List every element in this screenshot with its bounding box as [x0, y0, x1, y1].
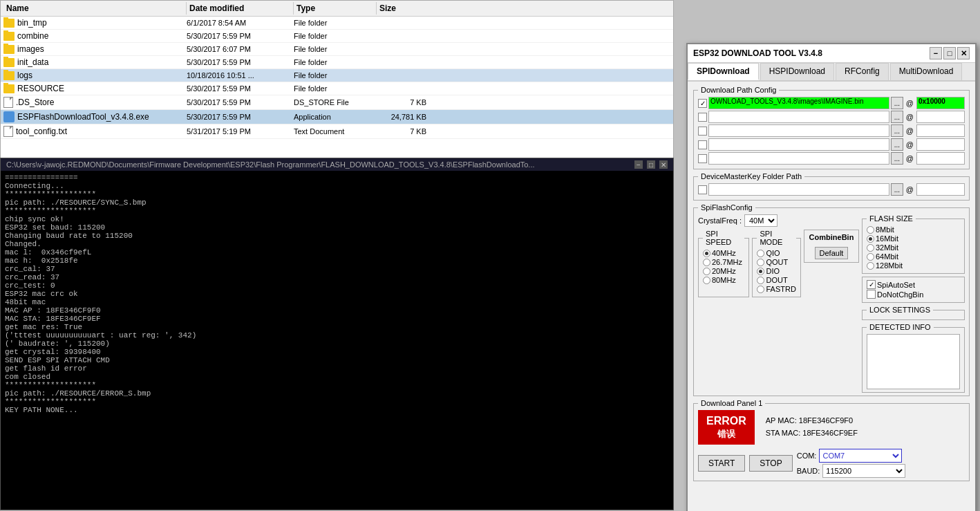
file-list[interactable]: bin_tmp 6/1/2017 8:54 AM File folder com…: [1, 17, 673, 139]
dl-path-input-4[interactable]: [708, 138, 889, 151]
dl-browse-5[interactable]: ...: [891, 152, 903, 165]
flash-32mbit[interactable]: 32Mbit: [867, 243, 960, 252]
dl-path-input-1[interactable]: OWNLOAD_TOOLS_V3.4.8\images\IMAGINE.bin: [708, 97, 889, 109]
sta-mac: STA MAC: 18FE346CF9EF: [766, 427, 858, 440]
spi-speed-80mhz-radio[interactable]: [703, 277, 710, 284]
dl-checkbox-1[interactable]: [698, 99, 707, 108]
spi-mode-qio-label: QIO: [766, 249, 780, 257]
file-row-8[interactable]: tool_config.txt 5/31/2017 5:19 PM Text D…: [1, 124, 673, 139]
dl-browse-1[interactable]: ...: [891, 97, 903, 109]
spi-mode-fastrd-radio[interactable]: [757, 286, 764, 293]
baud-row: BAUD: 115200: [797, 464, 906, 478]
spi-mode-qout[interactable]: QOUT: [757, 258, 796, 266]
file-row-5[interactable]: RESOURCE 5/30/2017 5:59 PM File folder: [1, 82, 673, 95]
stop-button[interactable]: STOP: [749, 455, 792, 472]
spi-mode-dout-radio[interactable]: [757, 277, 764, 284]
spi-speed-26mhz-radio[interactable]: [703, 259, 710, 266]
do-not-chg-bin-checkbox[interactable]: [867, 290, 876, 299]
spi-mode-qio[interactable]: QIO: [757, 249, 796, 257]
spi-speed-40mhz-radio[interactable]: [703, 250, 710, 257]
spi-mode-fastrd[interactable]: FASTRD: [757, 285, 796, 293]
baud-label: BAUD:: [797, 467, 820, 475]
tab-rf-config[interactable]: RFConfig: [836, 63, 889, 80]
spi-auto-set[interactable]: SpiAutoSet: [867, 280, 960, 289]
flash-8mbit-radio[interactable]: [867, 226, 874, 234]
flash-8mbit-label: 8Mbit: [876, 225, 894, 234]
file-row-3[interactable]: init_data 5/30/2017 5:59 PM File folder: [1, 56, 673, 69]
dl-path-input-2[interactable]: [708, 111, 889, 123]
flash-64mbit[interactable]: 64Mbit: [867, 252, 960, 261]
file-cell-date: 5/30/2017 6:07 PM: [184, 44, 291, 54]
crystal-freq-select[interactable]: 40M 26M: [744, 214, 778, 227]
file-cell-date: 10/18/2016 10:51 ...: [184, 71, 291, 80]
dl-browse-4[interactable]: ...: [891, 138, 903, 151]
dl-browse-2[interactable]: ...: [891, 111, 903, 123]
combine-bin-section: CombineBin Default: [804, 230, 859, 263]
flash-16mbit-radio[interactable]: [867, 235, 874, 243]
esp-maximize-button[interactable]: □: [943, 47, 956, 59]
spi-speed-40mhz[interactable]: 40MHz: [703, 249, 744, 257]
dl-path-input-3[interactable]: [708, 124, 889, 137]
dl-addr-3[interactable]: [916, 124, 965, 137]
console-minimize-button[interactable]: −: [634, 160, 643, 169]
esp-titlebar: ESP32 DOWNLOAD TOOL V3.4.8 − □ ✕: [688, 44, 975, 63]
dl-addr-2[interactable]: [916, 111, 965, 123]
file-row-1[interactable]: combine 5/30/2017 5:59 PM File folder: [1, 30, 673, 43]
spi-speed-20mhz[interactable]: 20MHz: [703, 267, 744, 275]
spi-mode-dio-radio[interactable]: [757, 268, 764, 275]
folder-icon: [3, 32, 15, 41]
flash-128mbit-radio[interactable]: [867, 262, 874, 270]
combine-bin-default-button[interactable]: Default: [815, 247, 849, 259]
file-cell-name: bin_tmp: [1, 17, 184, 28]
flash-128mbit[interactable]: 128Mbit: [867, 261, 960, 270]
console-restore-button[interactable]: □: [647, 160, 655, 169]
spi-mode-qio-radio[interactable]: [757, 250, 764, 257]
start-button[interactable]: START: [698, 455, 745, 472]
dmk-browse[interactable]: ...: [891, 183, 903, 196]
file-row-7[interactable]: ESPFlashDownloadTool_v3.4.8.exe 5/30/201…: [1, 110, 673, 124]
file-row-2[interactable]: images 5/30/2017 6:07 PM File folder: [1, 43, 673, 56]
esp-minimize-button[interactable]: −: [930, 47, 942, 59]
dl-path-input-5[interactable]: [708, 152, 889, 165]
esp-close-button[interactable]: ✕: [957, 47, 970, 59]
console-close-button[interactable]: ✕: [659, 160, 668, 169]
dl-checkbox-3[interactable]: [698, 127, 707, 136]
spi-speed-80mhz[interactable]: 80MHz: [703, 276, 744, 284]
com-select[interactable]: COM7: [819, 449, 902, 463]
spi-speed-20mhz-radio[interactable]: [703, 268, 710, 275]
spi-speed-26mhz-label: 26.7MHz: [712, 258, 742, 266]
tab-multi-download[interactable]: MultiDownload: [890, 63, 963, 80]
flash-16mbit[interactable]: 16Mbit: [867, 234, 960, 243]
do-not-chg-bin[interactable]: DoNotChgBin: [867, 290, 960, 299]
download-path-config-section: Download Path Config OWNLOAD_TOOLS_V3.4.…: [693, 86, 970, 169]
dl-addr-4[interactable]: [916, 138, 965, 151]
flash-8mbit[interactable]: 8Mbit: [867, 225, 960, 234]
spi-speed-26mhz[interactable]: 26.7MHz: [703, 258, 744, 266]
spi-auto-section: SpiAutoSet DoNotChgBin: [862, 277, 965, 303]
dl-browse-3[interactable]: ...: [891, 124, 903, 137]
baud-select[interactable]: 115200: [822, 464, 905, 478]
esp-titlebar-buttons: − □ ✕: [930, 47, 970, 59]
file-row-6[interactable]: .DS_Store 5/30/2017 5:59 PM DS_STORE Fil…: [1, 95, 673, 110]
flash-32mbit-radio[interactable]: [867, 244, 874, 252]
file-row-0[interactable]: bin_tmp 6/1/2017 8:54 AM File folder: [1, 17, 673, 30]
tab-spi-download[interactable]: SPIDownload: [688, 63, 759, 80]
spi-mode-dout[interactable]: DOUT: [757, 276, 796, 284]
dmk-addr[interactable]: [916, 183, 965, 196]
file-row-4[interactable]: logs 10/18/2016 10:51 ... File folder: [1, 69, 673, 82]
flash-64mbit-radio[interactable]: [867, 253, 874, 261]
spi-auto-checkbox[interactable]: [867, 280, 876, 289]
dmk-checkbox[interactable]: [698, 185, 707, 194]
tab-hspi-download[interactable]: HSPIDownload: [760, 63, 834, 80]
ap-mac: AP MAC: 18FE346CF9F0: [766, 415, 858, 427]
spi-mode-qout-radio[interactable]: [757, 259, 764, 266]
file-cell-type: File folder: [291, 31, 374, 41]
dl-addr-1[interactable]: 0x10000: [916, 97, 965, 109]
dl-checkbox-2[interactable]: [698, 113, 707, 122]
dl-checkbox-4[interactable]: [698, 140, 707, 149]
spi-mode-dio-label: DIO: [766, 267, 780, 275]
dmk-path-input[interactable]: [708, 183, 889, 196]
spi-mode-dio[interactable]: DIO: [757, 267, 796, 275]
dl-addr-5[interactable]: [916, 152, 965, 165]
dl-checkbox-5[interactable]: [698, 154, 707, 163]
